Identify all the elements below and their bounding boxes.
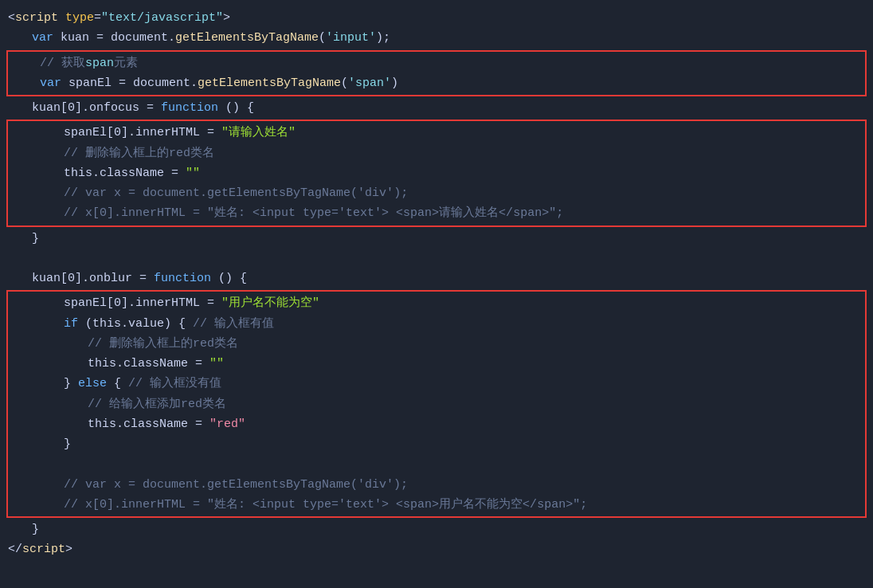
code-token: type='text' xyxy=(303,204,382,222)
code-token: var xyxy=(32,29,53,47)
code-token: '> < xyxy=(374,496,403,514)
code-token: var xyxy=(85,476,107,494)
code-token: spanEl[0].innerHTML = xyxy=(64,123,221,142)
code-line: // var x = document.getElementsByTagName… xyxy=(8,475,865,495)
code-token: 'span' xyxy=(348,74,391,92)
code-token: kuan[0].onblur = xyxy=(32,269,154,288)
code-line: // 删除输入框上的red类名 xyxy=(8,334,865,354)
code-token: getElementsByTagName xyxy=(207,476,350,494)
code-token: } xyxy=(32,520,39,539)
code-token: () { xyxy=(218,99,254,117)
code-token: "" xyxy=(209,355,224,373)
code-token: this.className = xyxy=(88,415,209,433)
code-token: kuan = document. xyxy=(53,29,175,47)
code-token: >"; xyxy=(542,204,563,222)
code-token: // xyxy=(64,184,85,202)
code-token: type=' xyxy=(303,496,346,514)
code-token: ) xyxy=(391,74,398,92)
code-token: function xyxy=(154,269,211,288)
code-token: >"; xyxy=(566,496,587,514)
code-token: // 输入框没有值 xyxy=(128,374,221,393)
code-line: } else { // 输入框没有值 xyxy=(8,374,865,394)
code-token: spanEl[0].innerHTML = xyxy=(64,294,221,312)
code-token: > < xyxy=(382,204,403,222)
code-token: getElementsByTagName xyxy=(207,184,350,202)
code-token: "" xyxy=(186,164,200,182)
code-token: > xyxy=(223,9,230,27)
code-line: if (this.value) { // 输入框有值 xyxy=(8,314,865,334)
code-token: ); xyxy=(393,184,408,202)
code-token: else xyxy=(78,374,107,393)
code-line: } xyxy=(0,519,873,539)
code-token: span xyxy=(403,496,432,514)
code-token: // x[0].innerHTML = xyxy=(64,204,207,222)
code-token: // 删除输入框上的red类名 xyxy=(88,335,238,353)
code-token: "用户名不能为空" xyxy=(221,294,319,312)
code-token: var xyxy=(40,74,61,92)
code-token: < xyxy=(8,9,15,27)
code-line: // x[0].innerHTML = "姓名: <input type='te… xyxy=(8,495,865,515)
code-line: this.className = "" xyxy=(8,163,865,183)
code-token: { xyxy=(107,374,128,393)
code-token: if xyxy=(64,315,78,333)
code-token: </ xyxy=(8,540,22,559)
code-line: spanEl[0].innerHTML = "用户名不能为空" xyxy=(8,293,865,313)
code-line: </script> xyxy=(0,539,873,559)
code-token: } xyxy=(64,435,71,453)
code-token: var xyxy=(85,184,107,202)
code-token: type xyxy=(65,9,94,27)
code-token: "text/javascript" xyxy=(101,9,223,27)
code-line xyxy=(0,249,873,269)
code-line: // 删除输入框上的red类名 xyxy=(8,143,865,163)
code-token: script xyxy=(22,540,65,559)
code-token: "red" xyxy=(209,415,245,433)
code-token: ( xyxy=(319,29,326,47)
code-token: } xyxy=(64,374,78,393)
code-line xyxy=(8,454,865,474)
code-token: getElementsByTagName xyxy=(198,74,341,92)
code-token: // xyxy=(64,476,85,494)
code-line: // x[0].innerHTML = "姓名: <input type='te… xyxy=(8,203,865,223)
code-token: function xyxy=(161,99,218,117)
code-line: // var x = document.getElementsByTagName… xyxy=(8,183,865,203)
code-token: () { xyxy=(211,269,247,288)
code-token: // 删除输入框上的red类名 xyxy=(64,144,214,163)
highlight-box-3: spanEl[0].innerHTML = "用户名不能为空" if (this… xyxy=(6,290,867,518)
code-token xyxy=(58,9,65,27)
code-line: this.className = "" xyxy=(8,354,865,374)
code-line: // 获取span元素 xyxy=(8,53,865,73)
code-token: // 输入框有值 xyxy=(193,315,274,333)
code-token: ); xyxy=(376,29,390,47)
code-token: = xyxy=(94,9,101,27)
code-token: // x[0].innerHTML = "姓名: <input xyxy=(64,496,303,514)
code-token: "请输入姓名" xyxy=(221,123,296,142)
code-token: >用户名不能为空</ xyxy=(432,496,537,514)
code-token: x = document. xyxy=(107,184,207,202)
code-token: (this.value) { xyxy=(78,315,193,333)
code-line: } xyxy=(0,229,873,249)
highlight-box-1: // 获取span元素 var spanEl = document.getEle… xyxy=(6,50,867,97)
code-token: span xyxy=(85,54,114,73)
code-token: "姓名: <input xyxy=(207,204,303,222)
highlight-box-2: spanEl[0].innerHTML = "请输入姓名" // 删除输入框上的… xyxy=(6,120,867,226)
code-token: // 获取 xyxy=(40,54,85,73)
code-token: text xyxy=(346,496,374,514)
code-token: 'input' xyxy=(326,29,376,47)
code-line: var kuan = document.getElementsByTagName… xyxy=(0,28,873,48)
code-token: > xyxy=(65,540,72,559)
code-token: spanEl = document. xyxy=(61,74,198,92)
code-token: span xyxy=(513,204,542,222)
code-line: <script type="text/javascript"> xyxy=(0,8,873,28)
code-token: span xyxy=(403,204,432,222)
code-token: ( xyxy=(341,74,348,92)
code-token: ( xyxy=(350,184,358,202)
code-line: spanEl[0].innerHTML = "请输入姓名" xyxy=(8,123,865,143)
code-token: } xyxy=(32,229,39,248)
code-line: this.className = "red" xyxy=(8,414,865,434)
code-token: kuan[0].onfocus = xyxy=(32,99,161,117)
code-line: var spanEl = document.getElementsByTagNa… xyxy=(8,73,865,93)
code-line: kuan[0].onblur = function () { xyxy=(0,269,873,288)
code-line: // 给输入框添加red类名 xyxy=(8,394,865,414)
code-token: span xyxy=(537,496,566,514)
code-line: } xyxy=(8,434,865,454)
